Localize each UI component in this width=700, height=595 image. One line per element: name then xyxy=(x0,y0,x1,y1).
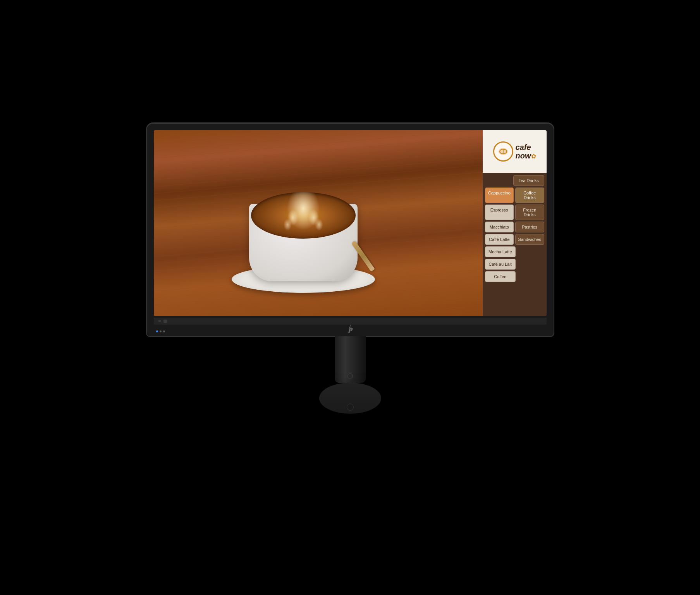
stand-neck xyxy=(335,336,366,383)
spacer-2 xyxy=(517,246,544,257)
screen: cafe now ✿ Tea Drinks xyxy=(154,130,547,316)
port-2 xyxy=(163,320,167,323)
menu-grid: Tea Drinks Cappuccino Coffee Drinks Espr… xyxy=(483,173,547,316)
scene: 𝆭𝐩 xyxy=(137,123,563,472)
coffee-cup-image xyxy=(230,150,377,297)
spacer-4 xyxy=(517,271,544,282)
menu-row-5: Caffé Latte Sandwiches xyxy=(485,234,544,245)
logo-area: cafe now ✿ xyxy=(483,130,547,173)
right-panel: cafe now ✿ Tea Drinks xyxy=(483,130,547,316)
base-detail xyxy=(347,404,354,411)
menu-row-4: Macchiato Pastries xyxy=(485,222,544,232)
hp-logo: 𝆭𝐩 xyxy=(348,325,352,333)
menu-row-6: Mocha Latte xyxy=(485,246,544,257)
item-macchiato[interactable]: Macchiato xyxy=(485,222,514,232)
item-mocha-latte[interactable]: Mocha Latte xyxy=(485,246,516,257)
item-caffe-latte[interactable]: Caffé Latte xyxy=(485,234,514,245)
menu-row-7: Café au Lait xyxy=(485,259,544,270)
menu-row-2: Cappuccino Coffee Drinks xyxy=(485,187,544,203)
category-sandwiches[interactable]: Sandwiches xyxy=(515,234,544,245)
menu-row-8: Coffee xyxy=(485,271,544,282)
item-espresso[interactable]: Espresso xyxy=(485,205,514,220)
cup-body xyxy=(249,204,358,281)
indicator-3 xyxy=(163,330,165,332)
spacer-1 xyxy=(485,175,512,186)
menu-row-3: Espresso Frozen Drinks xyxy=(485,205,544,220)
stand-button xyxy=(347,373,353,379)
monitor: 𝆭𝐩 xyxy=(147,123,554,336)
power-indicator xyxy=(156,330,158,332)
item-cafe-au-lait[interactable]: Café au Lait xyxy=(485,259,516,270)
logo-now: now xyxy=(516,151,531,160)
port-1 xyxy=(158,320,161,322)
bottom-bezel xyxy=(154,318,547,325)
category-pastries[interactable]: Pastries xyxy=(515,222,544,232)
logo-bean: ✿ xyxy=(531,153,536,160)
stand-base xyxy=(319,383,381,414)
indicator-lights xyxy=(156,330,165,332)
indicator-2 xyxy=(160,330,162,332)
latte-art xyxy=(251,192,356,239)
category-frozen-drinks[interactable]: Frozen Drinks xyxy=(515,205,544,220)
coffee-image-area xyxy=(154,130,483,316)
item-cappuccino[interactable]: Cappuccino xyxy=(485,187,514,203)
item-coffee[interactable]: Coffee xyxy=(485,271,516,282)
coffee-surface xyxy=(251,192,356,239)
coffee-bean-icon xyxy=(497,146,509,157)
category-tea-drinks[interactable]: Tea Drinks xyxy=(513,175,544,186)
logo-text: cafe now ✿ xyxy=(516,143,536,160)
logo-cafe: cafe xyxy=(516,143,531,151)
menu-row-1: Tea Drinks xyxy=(485,175,544,186)
category-coffee-drinks[interactable]: Coffee Drinks xyxy=(515,187,544,203)
spacer-3 xyxy=(517,259,544,270)
